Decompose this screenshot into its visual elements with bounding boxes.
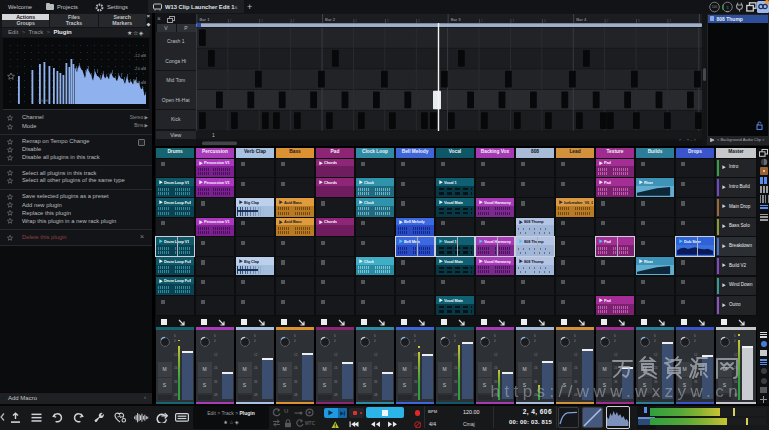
svg-text:Bar 2: Bar 2 — [325, 17, 336, 22]
svg-text:100 Hz: 100 Hz — [38, 99, 50, 103]
svg-text:Bar 1: Bar 1 — [200, 17, 211, 22]
svg-text:5: 5 — [727, 6, 729, 10]
svg-text:100: 100 — [712, 5, 718, 9]
svg-text:Bar 4: Bar 4 — [576, 17, 587, 22]
svg-text:1: 1 — [212, 132, 215, 138]
svg-text:-24 dB: -24 dB — [134, 66, 147, 71]
svg-text:Bar 3: Bar 3 — [451, 17, 462, 22]
svg-text:-12 dB: -12 dB — [134, 53, 147, 58]
svg-text:-36 dB: -36 dB — [134, 80, 147, 85]
